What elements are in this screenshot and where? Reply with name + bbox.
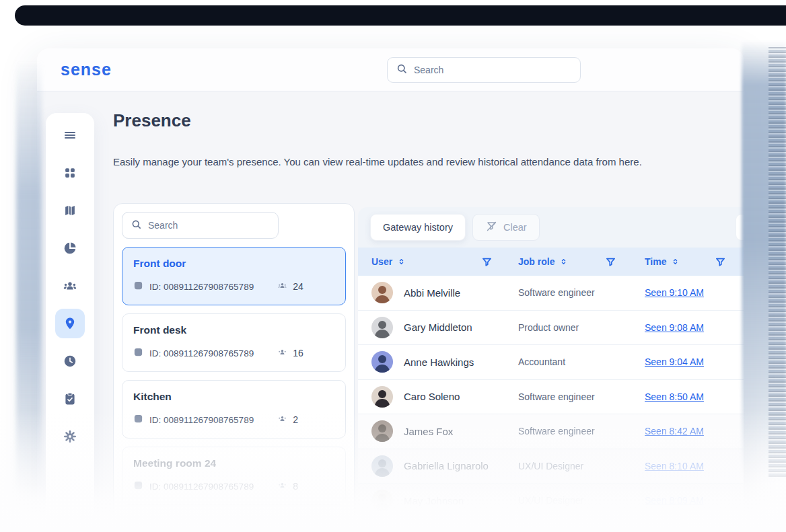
decorative-right-texture	[742, 40, 786, 484]
seen-time-link[interactable]: Seen 8:42 AM	[645, 426, 704, 436]
people-icon	[277, 413, 288, 426]
table-header: User Job role Time	[358, 248, 744, 276]
menu-icon	[62, 127, 78, 143]
avatar	[371, 386, 393, 408]
column-label[interactable]: User	[371, 256, 392, 267]
brand-logo: sense	[61, 60, 112, 79]
room-count: 16	[293, 348, 303, 358]
gateway-panel: Gateway history Clear User	[358, 207, 744, 532]
job-role: UX/UI Designer	[518, 461, 645, 471]
user-name: James Fox	[404, 426, 453, 437]
dashboard-icon	[63, 165, 77, 180]
column-time: Time	[645, 256, 744, 268]
sidebar-item-dashboard[interactable]	[60, 163, 80, 183]
gear-icon	[63, 429, 77, 444]
sidebar-item-map[interactable]	[60, 200, 80, 221]
search-icon	[131, 219, 142, 233]
device-icon	[133, 414, 143, 426]
avatar	[371, 455, 393, 477]
content-area: Presence Easily manage your team's prese…	[37, 91, 744, 531]
sort-icon[interactable]	[397, 256, 406, 267]
room-count: 8	[293, 481, 298, 492]
avatar	[371, 282, 393, 303]
table-row[interactable]: Anne Hawkings Accountant Seen 9:04 AM	[358, 345, 744, 380]
gateway-history-button[interactable]: Gateway history	[370, 214, 466, 241]
global-search[interactable]	[387, 57, 581, 83]
filter-funnel-icon[interactable]	[715, 256, 726, 268]
table-row[interactable]: James Fox Software engineer Seen 8:42 AM	[358, 414, 744, 449]
table-row[interactable]: Gary Middleton Product owner Seen 9:08 A…	[358, 311, 744, 346]
table-row[interactable]: May Johnson UX/UI Designer Seen 8:09 AM	[358, 484, 744, 519]
user-name: Caro Soleno	[404, 391, 460, 402]
column-label[interactable]: Time	[645, 256, 666, 267]
filter-funnel-icon[interactable]	[605, 256, 616, 268]
column-job-role: Job role	[518, 256, 645, 268]
avatar	[371, 317, 393, 338]
team-icon	[62, 278, 78, 294]
user-name: Gary Middleton	[404, 321, 472, 333]
avatar	[371, 420, 393, 442]
user-name: Anne Hawkings	[404, 356, 474, 368]
partial-button[interactable]	[736, 214, 744, 241]
sidebar-item-presence[interactable]	[55, 309, 85, 338]
user-name: Gabriella Lignarolo	[404, 460, 489, 471]
room-name: Front desk	[133, 324, 334, 336]
gateway-history-label: Gateway history	[383, 222, 453, 233]
seen-time-link[interactable]: Seen 8:50 AM	[645, 391, 704, 402]
room-id: ID: 008911267908765789	[149, 415, 254, 425]
room-card-kitchen[interactable]: Kitchen ID: 008911267908765789 2	[122, 380, 346, 439]
room-id: ID: 008911267908765789	[149, 348, 254, 358]
device-icon	[133, 347, 143, 359]
rooms-search-input[interactable]	[148, 220, 270, 231]
global-search-input[interactable]	[414, 65, 572, 75]
table-row[interactable]: Abbi Melville Software engineer Seen 9:1…	[358, 276, 744, 311]
app-topbar: sense	[37, 48, 744, 91]
sort-icon[interactable]	[671, 256, 680, 267]
marketing-stage: sense	[0, 0, 786, 532]
room-id: ID: 008911267908765789	[149, 482, 254, 492]
job-role: Software engineer	[518, 426, 645, 436]
device-icon	[133, 480, 143, 492]
sidebar-item-tasks[interactable]	[60, 389, 80, 409]
sidebar-item-menu[interactable]	[60, 125, 80, 145]
job-role: Software engineer	[518, 391, 645, 402]
table-row[interactable]: Caro Soleno Software engineer Seen 8:50 …	[358, 380, 744, 415]
filter-funnel-icon[interactable]	[481, 256, 493, 268]
gateway-toolbar: Gateway history Clear	[358, 207, 744, 248]
job-role: Accountant	[518, 356, 645, 367]
sidebar-item-history[interactable]	[60, 351, 80, 371]
sort-icon[interactable]	[559, 256, 568, 267]
rooms-search[interactable]	[122, 212, 279, 239]
app-window: sense	[37, 48, 744, 532]
table-row[interactable]: Gabriella Lignarolo UX/UI Designer Seen …	[358, 449, 744, 484]
avatar	[371, 351, 393, 373]
people-icon	[277, 280, 288, 293]
room-name: Front door	[133, 258, 334, 270]
job-role: UX/UI Designer	[518, 495, 645, 506]
sidebar-item-team[interactable]	[60, 276, 80, 296]
page-description: Easily manage your team's presence. You …	[113, 156, 642, 167]
filter-off-icon	[485, 220, 498, 235]
room-card-meeting-room-24[interactable]: Meeting room 24 ID: 008911267908765789 8	[122, 447, 346, 505]
room-id: ID: 008911267908765789	[149, 282, 254, 292]
seen-time-link[interactable]: Seen 9:08 AM	[645, 322, 704, 333]
seen-time-link[interactable]: Seen 8:09 AM	[645, 495, 704, 506]
people-icon	[277, 480, 288, 493]
seen-time-link[interactable]: Seen 8:10 AM	[645, 461, 704, 471]
room-count: 24	[293, 281, 303, 292]
seen-time-link[interactable]: Seen 9:10 AM	[645, 287, 704, 298]
room-card-front-door[interactable]: Front door ID: 008911267908765789 24	[122, 247, 346, 305]
seen-time-link[interactable]: Seen 9:04 AM	[645, 356, 704, 367]
location-pin-icon	[62, 315, 78, 332]
column-label[interactable]: Job role	[518, 256, 555, 267]
sidebar-item-settings[interactable]	[60, 426, 80, 447]
sidebar-item-analytics[interactable]	[60, 238, 80, 258]
room-card-front-desk[interactable]: Front desk ID: 008911267908765789 16	[122, 313, 346, 372]
room-name: Kitchen	[133, 391, 334, 403]
search-icon	[396, 63, 408, 77]
user-name: May Johnson	[404, 495, 464, 506]
decorative-top-band	[15, 5, 786, 26]
clock-icon	[63, 354, 77, 369]
pie-chart-icon	[63, 241, 77, 256]
clear-filters-button[interactable]: Clear	[472, 214, 540, 241]
